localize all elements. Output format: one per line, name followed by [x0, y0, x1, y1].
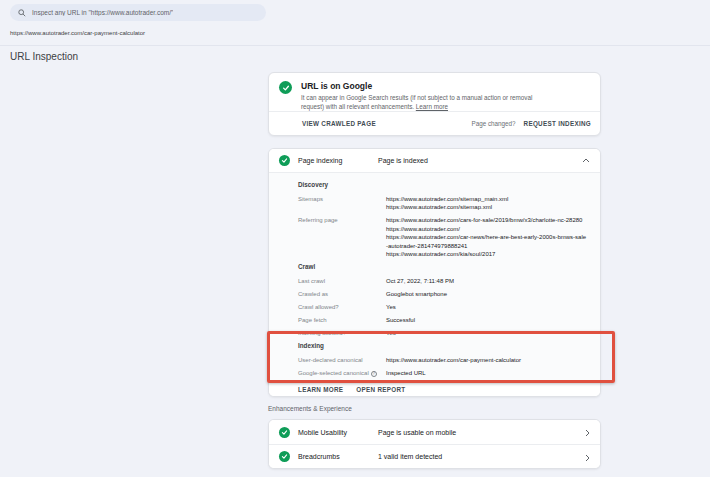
- section-heading-crawl: Crawl: [298, 263, 590, 270]
- detail-value: https://www.autotrader.com/cars-for-sale…: [386, 216, 588, 224]
- detail-value: https://www.autotrader.com/kia/soul/2017: [386, 250, 588, 258]
- detail-value: https://www.autotrader.com/car-payment-c…: [386, 356, 588, 364]
- page-indexing-title: Page indexing: [298, 157, 378, 164]
- enhancements-heading: Enhancements & Experience: [268, 405, 352, 412]
- detail-values: Googlebot smartphone: [386, 290, 590, 298]
- detail-label: Last crawl: [298, 277, 386, 285]
- detail-row: Indexing allowed?Yes: [298, 329, 590, 337]
- enhancement-row-mobile-usability[interactable]: Mobile UsabilityPage is usable on mobile: [269, 420, 600, 444]
- success-check-icon: [279, 81, 292, 94]
- enhancement-status: Page is usable on mobile: [378, 429, 456, 436]
- view-crawled-page-button[interactable]: VIEW CRAWLED PAGE: [302, 120, 376, 127]
- detail-row: Google-selected canonical?Inspected URL: [298, 369, 590, 377]
- detail-values: Successful: [386, 316, 590, 324]
- detail-row: Crawl allowed?Yes: [298, 303, 590, 311]
- detail-value: Yes: [386, 303, 588, 311]
- detail-values: https://www.autotrader.com/car-payment-c…: [386, 356, 590, 364]
- detail-values: Yes: [386, 303, 590, 311]
- detail-label: Indexing allowed?: [298, 329, 386, 337]
- enhancement-check-icon: [279, 451, 290, 462]
- detail-value: https://www.autotrader.com/sitemap.xml: [386, 203, 588, 211]
- detail-row: User-declared canonicalhttps://www.autot…: [298, 356, 590, 364]
- detail-label: Google-selected canonical?: [298, 369, 386, 377]
- page-title: URL Inspection: [10, 51, 78, 62]
- detail-values: Inspected URL: [386, 369, 590, 377]
- search-icon: [18, 9, 26, 17]
- header-divider: [0, 45, 710, 46]
- detail-value: Inspected URL: [386, 369, 588, 377]
- learn-more-button[interactable]: LEARN MORE: [298, 386, 343, 393]
- detail-label: Crawl allowed?: [298, 303, 386, 311]
- section-heading-discovery: Discovery: [298, 181, 590, 188]
- request-indexing-button[interactable]: REQUEST INDEXING: [524, 120, 591, 127]
- detail-values: https://www.autotrader.com/cars-for-sale…: [386, 216, 590, 258]
- enhancement-status: 1 valid item detected: [378, 453, 442, 460]
- enhancement-title: Breadcrumbs: [298, 453, 378, 460]
- verdict-card: URL is on Google It can appear in Google…: [268, 72, 601, 136]
- help-info-icon[interactable]: ?: [371, 371, 377, 377]
- detail-label: User-declared canonical: [298, 356, 386, 364]
- detail-values: https://www.autotrader.com/sitemap_main.…: [386, 195, 590, 212]
- detail-row: Sitemapshttps://www.autotrader.com/sitem…: [298, 195, 590, 212]
- detail-value: Googlebot smartphone: [386, 290, 588, 298]
- chevron-right-icon: [585, 423, 590, 441]
- detail-values: Oct 27, 2022, 7:11:48 PM: [386, 277, 590, 285]
- page-indexing-card: Page indexing Page is indexed DiscoveryS…: [268, 148, 601, 397]
- page-indexing-check-icon: [279, 155, 290, 166]
- detail-row: Last crawlOct 27, 2022, 7:11:48 PM: [298, 277, 590, 285]
- section-heading-indexing: Indexing: [298, 342, 590, 349]
- enhancement-row-breadcrumbs[interactable]: Breadcrumbs1 valid item detected: [269, 444, 600, 468]
- detail-value: Successful: [386, 316, 588, 324]
- collapse-chevron-up-icon[interactable]: [582, 158, 590, 163]
- detail-value: Yes: [386, 329, 588, 337]
- page-indexing-status: Page is indexed: [378, 157, 428, 164]
- detail-label: Crawled as: [298, 290, 386, 298]
- inspected-url: https://www.autotrader.com/car-payment-c…: [10, 30, 145, 36]
- verdict-description: It can appear in Google Search results (…: [301, 94, 556, 111]
- page-indexing-details: DiscoverySitemapshttps://www.autotrader.…: [269, 173, 600, 381]
- detail-value: https://www.autotrader.com/: [386, 225, 588, 233]
- page-indexing-header[interactable]: Page indexing Page is indexed: [269, 149, 600, 173]
- detail-values: Yes: [386, 329, 590, 337]
- detail-label: Page fetch: [298, 316, 386, 324]
- detail-value: https://www.autotrader.com/sitemap_main.…: [386, 195, 588, 203]
- detail-label: Referring page: [298, 216, 386, 258]
- verdict-title: URL is on Google: [301, 81, 556, 91]
- detail-label: Sitemaps: [298, 195, 386, 212]
- detail-row: Page fetchSuccessful: [298, 316, 590, 324]
- enhancements-card: Mobile UsabilityPage is usable on mobile…: [268, 419, 601, 469]
- page-changed-label: Page changed?: [471, 120, 515, 127]
- learn-more-link[interactable]: Learn more: [416, 103, 448, 110]
- detail-row: Crawled asGooglebot smartphone: [298, 290, 590, 298]
- detail-row: Referring pagehttps://www.autotrader.com…: [298, 216, 590, 258]
- chevron-right-icon: [585, 448, 590, 466]
- url-inspection-page: Inspect any URL in "https://www.autotrad…: [0, 0, 710, 477]
- open-report-button[interactable]: OPEN REPORT: [356, 386, 405, 393]
- url-search-input[interactable]: Inspect any URL in "https://www.autotrad…: [10, 4, 266, 21]
- detail-value: https://www.autotrader.com/car-news/here…: [386, 233, 588, 250]
- detail-value: Oct 27, 2022, 7:11:48 PM: [386, 277, 588, 285]
- enhancement-check-icon: [279, 427, 290, 438]
- enhancement-title: Mobile Usability: [298, 429, 378, 436]
- search-placeholder: Inspect any URL in "https://www.autotrad…: [32, 9, 173, 16]
